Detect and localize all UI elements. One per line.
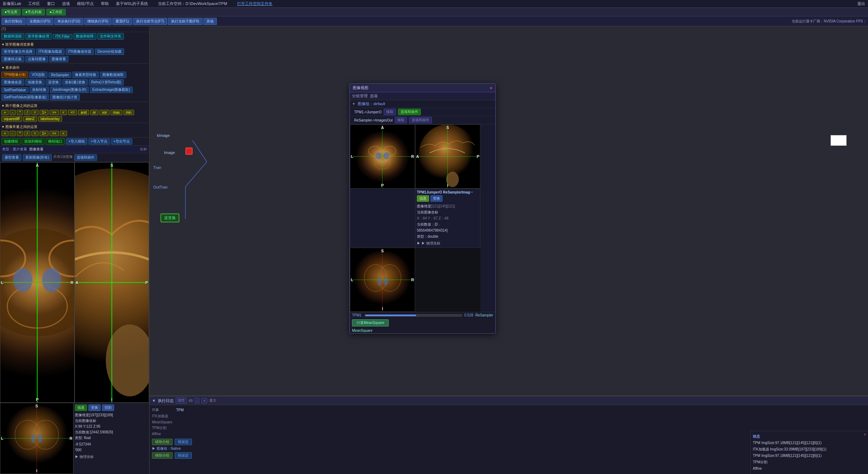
affine-settings-btn[interactable]: 组设定	[175, 452, 192, 459]
btn-create-transform[interactable]: 创建变换	[25, 79, 45, 86]
op-eq[interactable]: =	[31, 110, 39, 115]
op-minus[interactable]: -	[10, 110, 16, 115]
affine-remove-btn[interactable]: 移除分组	[152, 452, 173, 459]
other-btn[interactable]: 其他	[203, 18, 217, 25]
btn-add-to-module[interactable]: 添加到模组	[22, 138, 45, 145]
btn-update-all[interactable]: 更新图像(所有)	[23, 154, 52, 161]
btn-import-module[interactable]: +导入模组	[66, 138, 87, 145]
cat-files[interactable]: 文件和文件夹	[97, 33, 124, 40]
tab-node-list[interactable]: ●节点列表	[22, 9, 45, 15]
dialog-tab-transform[interactable]: 变换	[430, 195, 443, 202]
op-max[interactable]: max	[111, 110, 122, 115]
item2-remove-btn[interactable]: 移除	[395, 117, 407, 123]
const-op-eq[interactable]: =	[31, 131, 39, 136]
compute-btn[interactable]: 计算MeanSquare	[352, 319, 389, 326]
btn-module-port[interactable]: 模组端口	[46, 138, 65, 145]
full-exec-btn[interactable]: 全图执行(F5)	[26, 18, 53, 25]
btn-tpm-seg[interactable]: TPM图像分割	[1, 72, 28, 78]
dialog-phys-btn[interactable]: ▶ 物理坐标	[417, 241, 479, 246]
op-min[interactable]: min	[123, 110, 134, 115]
dialog-sagittal-view[interactable]: S A P I	[415, 124, 480, 189]
cat-label-basic-ops[interactable]: 基本操作	[1, 65, 148, 71]
scroll-minus-btn[interactable]: -	[195, 398, 199, 403]
dialog-coronal-view[interactable]: S L R I	[350, 248, 415, 312]
btn-inv-transform[interactable]: 逆变换	[46, 79, 61, 86]
reset-btn[interactable]: 重置(F1)	[112, 18, 132, 25]
dialog-close-btn[interactable]: ×	[490, 86, 492, 91]
btn-gallery-view[interactable]: 册型查看	[2, 154, 21, 161]
btn-coord-transform[interactable]: 坐标(量)变换	[62, 79, 88, 86]
dialog-options[interactable]: 选项	[370, 93, 378, 99]
control-console-btn[interactable]: 执行控制台	[1, 18, 26, 25]
exec-current-btn[interactable]: 执行当前节点(F7)	[133, 18, 167, 25]
btn-create-module[interactable]: 创建模组	[1, 138, 21, 145]
op-div[interactable]: /	[24, 110, 30, 115]
log-remove-group-btn[interactable]: 移除分组	[152, 439, 173, 445]
const-op-div[interactable]: /	[24, 131, 30, 136]
const-op-gt[interactable]: 1>	[40, 131, 48, 136]
btn-coord-conv[interactable]: 坐标转换	[30, 87, 49, 93]
const-op-mult[interactable]: *	[17, 131, 23, 136]
btn-pixel-type[interactable]: 像素类型转换	[72, 72, 99, 78]
step-exec-btn[interactable]: 单步执行(F10)	[54, 18, 83, 25]
btn-img-to-pts[interactable]: 图像转点集	[1, 56, 24, 62]
const-op-shr[interactable]: >>	[50, 131, 59, 136]
info-tab-transform[interactable]: 变换	[88, 405, 101, 411]
menu-wsl[interactable]: 基于WSL的子系统	[114, 1, 149, 6]
cat-label-const-ops[interactable]: 图像常量之间的运算	[1, 124, 148, 130]
btn-file-select[interactable]: 医学影像文件选择	[1, 48, 35, 55]
btn-viewer-options[interactable]: 选项和操作	[74, 154, 97, 161]
op-atan2[interactable]: atan2	[23, 116, 37, 122]
info-tab-cut[interactable]: 切割	[102, 405, 114, 411]
exit-button[interactable]: 退出	[856, 1, 867, 6]
menu-window[interactable]: 窗口	[46, 1, 56, 6]
dialog-axial-view[interactable]: A L R P	[350, 124, 415, 189]
cat-itk-filter[interactable]: ITK Filter	[53, 34, 72, 39]
btn-voi[interactable]: VOI选取	[29, 72, 47, 78]
dialog-titlebar[interactable]: 图像视图 ×	[350, 84, 495, 92]
cat-medical-processing[interactable]: 医学影像处理	[25, 33, 52, 40]
connect-node-red[interactable]	[185, 148, 193, 155]
btn-extract-img[interactable]: ExtractImage(图像载取)	[90, 87, 133, 93]
op-le[interactable]: <=	[68, 110, 77, 115]
menu-workspace[interactable]: 工作区	[27, 1, 41, 6]
tab-workspace[interactable]: ●工作区	[46, 9, 66, 15]
op-squarediff[interactable]: squarediff	[1, 116, 22, 122]
btn-img-extract[interactable]: 图像数据抽取	[100, 72, 126, 78]
tab-node-points[interactable]: ●节点库	[1, 9, 21, 15]
scroll-plus-btn[interactable]: +	[201, 398, 207, 403]
btn-get-pixel[interactable]: GetPixelValue(获取像素值)	[1, 94, 49, 101]
btn-img-view[interactable]: 图像查看	[49, 56, 68, 62]
continue-exec-btn[interactable]: 继续执行(F6)	[84, 18, 111, 25]
btn-img-modifier[interactable]: 图像修改器	[1, 79, 24, 86]
item2-options-btn[interactable]: 选项和操作	[409, 117, 432, 123]
status-close-btn[interactable]: ×	[864, 433, 866, 437]
const-op-lt[interactable]: <	[60, 131, 67, 136]
tpm-slider[interactable]	[365, 314, 462, 316]
dialog-group-mgmt[interactable]: 分组管理	[352, 93, 368, 99]
menu-options[interactable]: 选项	[61, 1, 71, 6]
coronal-view[interactable]: S L R I	[0, 403, 73, 474]
op-xor[interactable]: xor	[99, 110, 109, 115]
item1-options-btn[interactable]: 选项和操作	[398, 109, 421, 115]
cat-data-flow[interactable]: 数据和流程	[1, 33, 24, 40]
op-mult[interactable]: *	[17, 110, 23, 115]
clear-btn[interactable]: 清空	[176, 397, 187, 404]
op-shr[interactable]: >>	[50, 110, 59, 115]
axial-view[interactable]: A L R P	[0, 162, 75, 403]
white-rect-node[interactable]	[831, 135, 847, 146]
btn-img-stats[interactable]: 图像统计值计算	[50, 94, 80, 101]
menu-modules[interactable]: 模组/节点	[76, 1, 95, 6]
op-gt[interactable]: 1>	[40, 110, 48, 115]
btn-resampler[interactable]: ReSampler	[48, 72, 71, 78]
btn-reho[interactable]: Reho(计算Reho图)	[89, 79, 124, 86]
phys-coords-btn[interactable]: 物理坐标	[75, 454, 148, 459]
btn-import-node[interactable]: +导入节点	[88, 138, 110, 145]
btn-pts-to-img[interactable]: 点集转图像	[25, 56, 48, 62]
cat-label-two-img[interactable]: 两个图像之间的运算	[1, 103, 148, 109]
const-op-minus[interactable]: -	[10, 131, 16, 136]
op-labeloverlay[interactable]: labeloverlay	[38, 116, 62, 122]
btn-joint-img[interactable]: JointImage(图像合并)	[50, 87, 89, 93]
menu-help[interactable]: 帮助	[99, 1, 110, 6]
log-group-settings-btn[interactable]: 组设定	[175, 439, 192, 445]
